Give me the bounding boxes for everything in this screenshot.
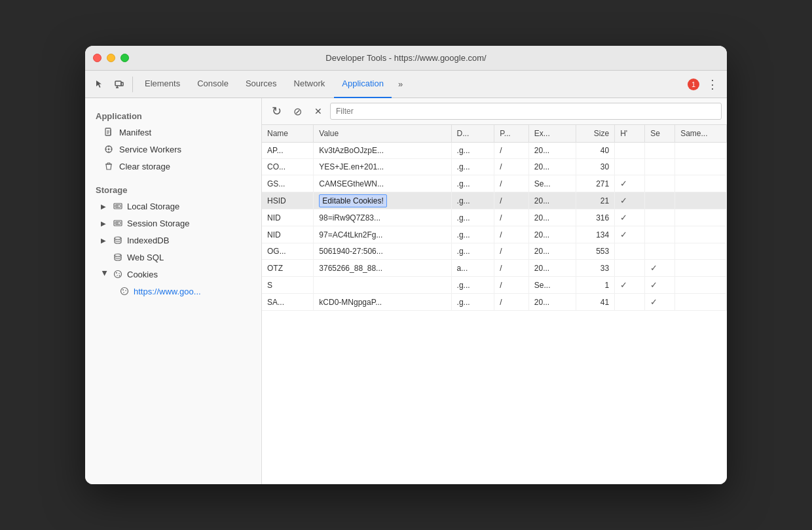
table-header: Name Value D... P... Ex... Size H' Se Sa… — [262, 125, 727, 143]
svg-point-37 — [123, 292, 124, 293]
cell-name: AP... — [262, 143, 314, 159]
svg-point-29 — [115, 271, 122, 278]
block-button[interactable]: ⊘ — [288, 102, 306, 120]
arrow-icon: ▶ — [101, 203, 109, 210]
table-row[interactable]: NID 97=AC4tLkn2Fg... .g... / 20... 134 ✓ — [262, 226, 727, 243]
tab-elements[interactable]: Elements — [137, 71, 188, 98]
cell-name: NID — [262, 226, 314, 243]
cell-name: HSID — [262, 192, 314, 209]
table-row[interactable]: OTZ 3765266_88_88... a... / 20... 33 ✓ — [262, 260, 727, 277]
sidebar-item-local-storage[interactable]: ▶ Local Storage — [85, 198, 261, 215]
sidebar: Application Manifest — [85, 98, 262, 484]
cell-expires: 20... — [528, 159, 576, 175]
devtools-window: Developer Tools - https://www.google.com… — [85, 46, 727, 484]
cell-value[interactable]: 97=AC4tLkn2Fg... — [314, 226, 451, 243]
main-toolbar: Elements Console Sources Network Applica… — [85, 71, 727, 98]
tab-network[interactable]: Network — [286, 71, 333, 98]
cell-domain: .g... — [451, 192, 494, 209]
sidebar-item-indexed-db[interactable]: ▶ IndexedDB — [85, 232, 261, 249]
sidebar-item-manifest[interactable]: Manifest — [85, 124, 261, 141]
cell-size: 33 — [576, 260, 615, 277]
cell-value[interactable]: YES+JE.en+201... — [314, 159, 451, 175]
web-sql-icon — [113, 252, 123, 262]
cell-value[interactable]: kCD0-MNgpgaP... — [314, 294, 451, 311]
table-row[interactable]: GS... CAMSEGtheWN... .g... / Se... 271 ✓ — [262, 175, 727, 192]
cell-same — [675, 159, 727, 175]
cell-expires: 20... — [528, 260, 576, 277]
window-title: Developer Tools - https://www.google.com… — [325, 53, 486, 63]
table-row[interactable]: S .g... / Se... 1 ✓ ✓ — [262, 277, 727, 294]
table-row[interactable]: SA... kCD0-MNgpgaP... .g... / 20... 41 ✓ — [262, 294, 727, 311]
svg-point-27 — [115, 237, 121, 239]
cell-same — [675, 192, 727, 209]
col-header-name: Name — [262, 125, 314, 143]
sidebar-item-web-sql[interactable]: ▶ Web SQL — [85, 249, 261, 266]
sidebar-item-session-storage[interactable]: ▶ Session Storage — [85, 215, 261, 232]
refresh-button[interactable]: ↻ — [267, 102, 286, 120]
menu-button[interactable]: ⋮ — [703, 75, 722, 94]
col-header-domain: D... — [451, 125, 494, 143]
cell-value[interactable]: Editable Cookies! — [314, 192, 451, 209]
table-row[interactable]: AP... Kv3tAzBoOJzpE... .g... / 20... 40 — [262, 143, 727, 159]
sidebar-item-clear-storage[interactable]: Clear storage — [85, 158, 261, 175]
cell-value[interactable] — [314, 277, 451, 294]
cell-value[interactable]: 98=iRw9Q7Z83... — [314, 209, 451, 226]
cell-size: 21 — [576, 192, 615, 209]
cell-secure: ✓ — [645, 294, 675, 311]
more-tabs-button[interactable]: » — [393, 75, 408, 93]
tab-application[interactable]: Application — [334, 71, 392, 98]
cell-value[interactable]: 3765266_88_88... — [314, 260, 451, 277]
sidebar-item-service-workers[interactable]: Service Workers — [85, 141, 261, 158]
cookies-table-container: Name Value D... P... Ex... Size H' Se Sa… — [262, 125, 727, 484]
clear-button[interactable]: ✕ — [309, 102, 327, 120]
svg-rect-1 — [121, 82, 123, 86]
table-row[interactable]: CO... YES+JE.en+201... .g... / 20... 30 — [262, 159, 727, 175]
cell-path: / — [494, 143, 529, 159]
cell-same — [675, 143, 727, 159]
inspect-icon[interactable] — [90, 75, 109, 94]
session-storage-icon — [113, 218, 123, 228]
cell-path: / — [494, 209, 529, 226]
indexed-db-icon — [113, 235, 123, 245]
cell-value[interactable]: Kv3tAzBoOJzpE... — [314, 143, 451, 159]
cell-secure — [645, 192, 675, 209]
filter-input[interactable] — [330, 103, 722, 120]
cookie-url-icon — [119, 286, 130, 296]
cell-name: GS... — [262, 175, 314, 192]
cell-value[interactable]: 5061940-27:506... — [314, 243, 451, 260]
cell-name: SA... — [262, 294, 314, 311]
tab-sources[interactable]: Sources — [238, 71, 285, 98]
trash-icon — [103, 161, 114, 171]
sidebar-item-cookies[interactable]: ▶ Cookies — [85, 266, 261, 283]
storage-section: Storage ▶ Local Storage ▶ — [85, 180, 261, 300]
cell-secure — [645, 243, 675, 260]
table-row[interactable]: OG... 5061940-27:506... .g... / 20... 55… — [262, 243, 727, 260]
svg-point-31 — [119, 273, 120, 274]
editable-cell[interactable]: Editable Cookies! — [319, 194, 386, 207]
svg-point-28 — [115, 254, 121, 256]
cell-http — [615, 159, 645, 175]
cell-domain: .g... — [451, 243, 494, 260]
table-row[interactable]: HSID Editable Cookies! .g... / 20... 21 … — [262, 192, 727, 209]
tab-console[interactable]: Console — [189, 71, 236, 98]
svg-rect-0 — [115, 81, 121, 86]
cell-path: / — [494, 159, 529, 175]
titlebar: Developer Tools - https://www.google.com… — [85, 46, 727, 71]
table-row[interactable]: NID 98=iRw9Q7Z83... .g... / 20... 316 ✓ — [262, 209, 727, 226]
close-button[interactable] — [93, 54, 101, 62]
cell-same — [675, 277, 727, 294]
svg-point-30 — [116, 272, 117, 274]
error-badge[interactable]: 1 — [688, 79, 699, 90]
manifest-icon — [103, 127, 114, 137]
col-header-http: H' — [615, 125, 645, 143]
cell-expires: 20... — [528, 192, 576, 209]
sidebar-item-cookies-url[interactable]: https://www.goo... — [85, 283, 261, 300]
minimize-button[interactable] — [107, 54, 115, 62]
device-icon[interactable] — [110, 75, 128, 94]
svg-point-35 — [122, 289, 124, 291]
col-header-size: Size — [576, 125, 615, 143]
maximize-button[interactable] — [120, 54, 129, 62]
storage-section-title: Storage — [85, 180, 261, 198]
cell-value[interactable]: CAMSEGtheWN... — [314, 175, 451, 192]
cell-http: ✓ — [615, 209, 645, 226]
